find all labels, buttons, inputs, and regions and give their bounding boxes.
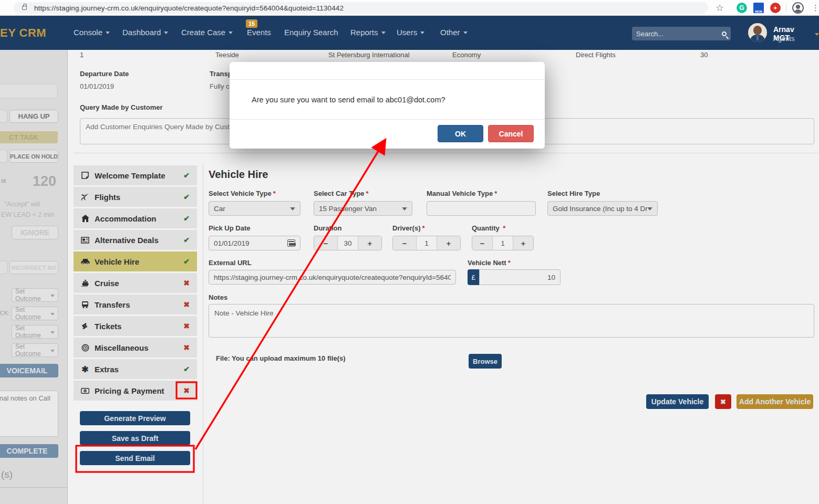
user-role: Agents — [773, 35, 794, 43]
modal-footer: OK Cancel — [230, 120, 545, 148]
browser-menu-icon[interactable]: ⋮ — [812, 3, 819, 13]
confirm-send-email-modal: Are you sure you want to send email to a… — [230, 62, 545, 149]
extension-icon[interactable]: ✈ — [770, 3, 781, 13]
chevron-down-icon — [106, 32, 110, 34]
browser-toolbar: https://staging.journey-crm.co.uk/enquir… — [0, 0, 819, 16]
nav-item-console[interactable]: Console — [74, 28, 110, 37]
ok-button[interactable]: OK — [438, 125, 483, 142]
browser-profile-icon[interactable] — [792, 3, 804, 13]
new-extension-icon[interactable]: NEW — [753, 3, 764, 13]
nav-item-other[interactable]: Other — [440, 28, 468, 37]
modal-message: Are you sure you want to send email to a… — [230, 80, 545, 120]
chevron-down-icon — [229, 32, 233, 34]
modal-header — [230, 62, 545, 80]
nav-item-create-case[interactable]: Create Case — [181, 28, 233, 37]
chevron-down-icon — [463, 32, 468, 34]
cancel-button[interactable]: Cancel — [488, 125, 534, 142]
url-text[interactable]: https://staging.journey-crm.co.uk/enquir… — [34, 4, 344, 12]
grammarly-extension-icon[interactable]: G — [737, 3, 747, 13]
nav-item-reports[interactable]: Reports — [350, 28, 386, 37]
address-bar[interactable]: https://staging.journey-crm.co.uk/enquir… — [14, 2, 708, 14]
chevron-down-icon — [815, 33, 819, 36]
chevron-down-icon — [381, 32, 386, 34]
nav-item-events[interactable]: Events 15 — [247, 28, 271, 37]
nav-item-enquiry-search[interactable]: Enquiry Search — [284, 28, 338, 37]
toolbar-divider — [786, 3, 786, 13]
user-avatar[interactable] — [748, 23, 767, 42]
bookmark-star-icon[interactable]: ☆ — [716, 3, 724, 13]
nav-item-users[interactable]: Users — [397, 28, 424, 37]
lock-icon — [22, 6, 27, 10]
chevron-down-icon — [164, 32, 168, 34]
search-icon — [722, 32, 727, 36]
chevron-down-icon — [420, 32, 424, 34]
events-badge: 15 — [246, 19, 257, 28]
nav-item-dashboard[interactable]: Dashboard — [122, 28, 168, 37]
screen: https://staging.journey-crm.co.uk/enquir… — [0, 0, 819, 504]
global-search-input[interactable]: Search... — [632, 27, 731, 40]
app-logo[interactable]: EY CRM — [0, 26, 46, 40]
app-navbar: EY CRM Console Dashboard Create Case Eve… — [0, 16, 819, 50]
